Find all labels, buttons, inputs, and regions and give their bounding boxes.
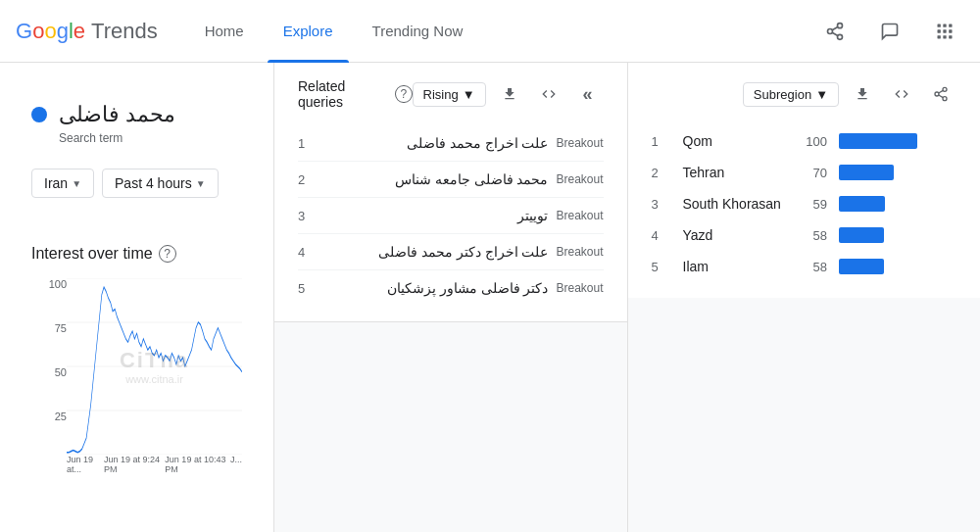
query-row[interactable]: 1 علت اخراج محمد فاضلی Breakout — [298, 125, 604, 162]
related-help-icon[interactable]: ? — [395, 85, 412, 103]
interest-section-title: Interest over time ? — [31, 245, 242, 263]
time-arrow-icon: ▼ — [196, 178, 206, 189]
subregion-value: 58 — [798, 260, 827, 274]
more-icon[interactable]: « — [572, 78, 604, 110]
subregion-row[interactable]: 3 South Khorasan 59 — [652, 188, 957, 219]
svg-point-20 — [935, 92, 939, 96]
logo[interactable]: Google Trends — [16, 19, 158, 44]
subregion-value: 100 — [798, 134, 827, 149]
nav-home[interactable]: Home — [189, 0, 260, 63]
subregion-num: 5 — [652, 260, 671, 274]
embed-icon[interactable] — [533, 78, 564, 110]
apps-icon[interactable] — [925, 12, 964, 51]
svg-point-19 — [943, 87, 947, 91]
subregion-bar — [839, 227, 884, 243]
share-icon[interactable] — [815, 12, 855, 51]
subregion-download-icon[interactable] — [847, 78, 878, 110]
search-dot — [31, 107, 47, 122]
subregion-num: 2 — [652, 166, 671, 180]
search-term-label: Search term — [59, 131, 242, 145]
query-text: توییتر — [321, 208, 548, 223]
region-arrow-icon: ▼ — [72, 178, 81, 189]
search-term-title: محمد فاضلی — [59, 102, 175, 127]
subregion-bar — [839, 133, 917, 149]
svg-line-3 — [832, 32, 838, 35]
query-num: 1 — [298, 136, 321, 151]
subregion-actions: Subregion ▼ — [743, 78, 956, 110]
query-badge: Breakout — [556, 136, 603, 150]
rising-filter-btn[interactable]: Rising ▼ — [413, 82, 486, 107]
subregion-value: 59 — [798, 197, 827, 212]
query-num: 3 — [298, 209, 321, 223]
interest-help-icon[interactable]: ? — [159, 245, 176, 263]
subregion-share-icon[interactable] — [925, 78, 956, 110]
svg-rect-7 — [949, 24, 952, 26]
interest-over-time: Interest over time ? 100 75 50 25 — [16, 245, 258, 508]
filters: Iran ▼ Past 4 hours ▼ — [31, 169, 242, 198]
nav-trending[interactable]: Trending Now — [357, 0, 479, 63]
svg-rect-8 — [938, 29, 941, 32]
svg-point-2 — [838, 34, 843, 39]
query-num: 5 — [298, 281, 321, 296]
query-row[interactable]: 4 علت اخراج دکتر محمد فاضلی Breakout — [298, 234, 604, 270]
subregion-bar-container — [839, 165, 956, 180]
subregion-name: Yazd — [683, 227, 787, 243]
query-badge: Breakout — [556, 281, 603, 295]
query-badge: Breakout — [556, 209, 603, 222]
rq-actions: Rising ▼ — [413, 78, 604, 110]
interest-chart: 100 75 50 25 — [31, 278, 242, 474]
subregion-num: 3 — [652, 197, 671, 212]
search-term-header: محمد فاضلی — [31, 102, 242, 127]
svg-point-1 — [828, 28, 833, 33]
sidebar-top: محمد فاضلی Search term Iran ▼ Past 4 hou… — [16, 86, 258, 214]
rising-arrow-icon: ▼ — [463, 87, 475, 102]
logo-trends-text: Trends — [91, 19, 158, 44]
subregion-row[interactable]: 4 Yazd 58 — [652, 219, 957, 251]
subregion-dropdown-btn[interactable]: Subregion ▼ — [743, 82, 839, 107]
related-queries-column: Related queries ? Rising ▼ — [274, 63, 628, 532]
svg-rect-12 — [943, 35, 946, 38]
query-text: علت اخراج محمد فاضلی — [321, 135, 548, 151]
subregion-embed-icon[interactable] — [886, 78, 917, 110]
svg-rect-10 — [949, 29, 952, 32]
svg-rect-5 — [938, 24, 941, 26]
subregion-name: South Khorasan — [683, 196, 787, 212]
query-text: علت اخراج دکتر محمد فاضلی — [321, 244, 548, 260]
chart-svg: CiTna www.citna.ir — [67, 278, 242, 455]
query-num: 4 — [298, 245, 321, 260]
query-row[interactable]: 5 دکتر فاضلی مشاور پزشکیان Breakout — [298, 270, 604, 306]
time-filter[interactable]: Past 4 hours ▼ — [102, 169, 219, 198]
subregion-num: 1 — [652, 134, 671, 149]
svg-line-4 — [832, 26, 838, 29]
chart-y-labels: 100 75 50 25 — [31, 278, 67, 455]
subregion-row[interactable]: 5 Ilam 58 — [652, 251, 957, 282]
svg-rect-6 — [943, 24, 946, 26]
query-row[interactable]: 3 توییتر Breakout — [298, 198, 604, 234]
subregion-arrow-icon: ▼ — [815, 87, 828, 102]
subregion-value: 58 — [798, 228, 827, 243]
nav-explore[interactable]: Explore — [268, 0, 349, 63]
related-queries-title: Related queries ? — [298, 78, 413, 110]
query-table: 1 علت اخراج محمد فاضلی Breakout 2 محمد ف… — [298, 125, 604, 306]
header-actions — [815, 12, 964, 51]
subregion-bar-container — [839, 196, 956, 212]
query-badge: Breakout — [556, 245, 603, 259]
subregion-name: Qom — [683, 133, 787, 149]
subregion-table: 1 Qom 100 2 Tehran 70 3 South Khorasan 5… — [652, 125, 957, 282]
subregion-bar — [839, 259, 884, 274]
subregion-name: Tehran — [683, 165, 787, 180]
region-filter[interactable]: Iran ▼ — [31, 169, 94, 198]
subregion-row[interactable]: 2 Tehran 70 — [652, 157, 957, 188]
subregion-num: 4 — [652, 228, 671, 243]
query-text: دکتر فاضلی مشاور پزشکیان — [321, 280, 548, 296]
svg-line-22 — [939, 95, 944, 98]
subregion-bar — [839, 165, 894, 180]
main-nav: Home Explore Trending Now — [189, 0, 479, 63]
subregion-bar-container — [839, 227, 956, 243]
subregion-row[interactable]: 1 Qom 100 — [652, 125, 957, 157]
main-container: محمد فاضلی Search term Iran ▼ Past 4 hou… — [0, 63, 980, 532]
subregion-section: Subregion ▼ — [628, 63, 981, 298]
download-icon[interactable] — [494, 78, 525, 110]
feedback-icon[interactable] — [870, 12, 909, 51]
query-row[interactable]: 2 محمد فاضلی جامعه شناس Breakout — [298, 162, 604, 198]
